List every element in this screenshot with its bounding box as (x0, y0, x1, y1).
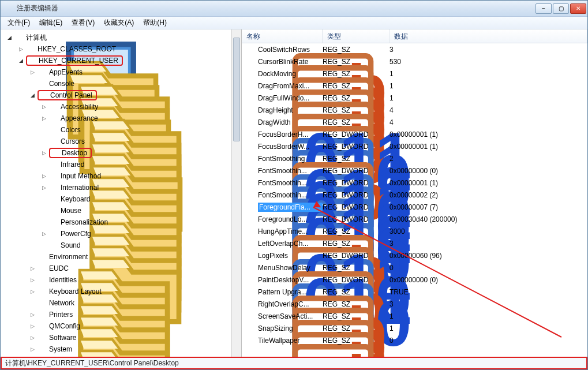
menu-edit[interactable]: 编辑(E) (35, 17, 67, 29)
value-name: SnapSizing (258, 324, 323, 332)
scroll-thumb[interactable] (233, 38, 240, 141)
value-row[interactable]: ScreenSaveActi...REG_SZ1 (242, 310, 587, 322)
tree-environment[interactable]: Environment (1, 251, 241, 263)
value-type: REG_DWORD (323, 167, 389, 175)
tree-inputmethod[interactable]: ▷Input Method (1, 170, 241, 182)
folder-icon (49, 218, 58, 226)
value-type: REG_SZ (323, 227, 389, 236)
tree-software[interactable]: ▷Software (1, 332, 241, 343)
value-row[interactable]: PaintDesktopV...REG_DWORD0x00000000 (0) (242, 274, 587, 286)
menu-favorites[interactable]: 收藏夹(A) (99, 17, 138, 29)
tree-root-computer[interactable]: ◢计算机 (1, 32, 241, 43)
toggle-spacer (40, 195, 48, 203)
tree-hkcu[interactable]: ◢HKEY_CURRENT_USER (1, 55, 241, 66)
value-data: 1 (389, 324, 587, 332)
value-row[interactable]: LeftOverlapCh...REG_SZ3 (242, 237, 587, 249)
value-row[interactable]: SnapSizingREG_SZ1 (242, 322, 587, 334)
value-row[interactable]: FocusBorderH...REG_DWORD0x00000001 (1) (242, 128, 587, 140)
list-body[interactable]: CoolSwitchRowsREG_SZ3CursorBlinkRateREG_… (242, 43, 587, 357)
value-row[interactable]: FontSmoothin...REG_DWORD0x00000000 (0) (242, 165, 587, 177)
tree-scrollbar[interactable] (231, 29, 241, 357)
minimize-button[interactable]: − (535, 3, 552, 14)
path-text: 计算机\HKEY_CURRENT_USER\Control Panel\Desk… (5, 358, 179, 368)
value-row[interactable]: FocusBorderW...REG_DWORD0x00000001 (1) (242, 140, 587, 152)
tree-international[interactable]: ▷International (1, 182, 241, 193)
tree-network[interactable]: Network (1, 297, 241, 309)
value-row[interactable]: ForegroundLo...REG_DWORD0x00030d40 (2000… (242, 213, 587, 225)
tree-keyboardlayout[interactable]: ▷Keyboard Layout (1, 286, 241, 297)
value-row[interactable]: DockMovingREG_SZ1 (242, 68, 587, 80)
tree-keyboard[interactable]: Keyboard (1, 193, 241, 205)
expand-toggle-icon[interactable]: ▷ (40, 230, 48, 238)
folder-icon (49, 126, 58, 134)
expand-toggle-icon[interactable]: ▷ (40, 103, 48, 111)
value-data: 0 (389, 264, 587, 272)
expand-toggle-icon[interactable]: ▷ (17, 45, 25, 53)
value-row[interactable]: MenuShowDelayREG_SZ0 (242, 261, 587, 274)
titlebar[interactable]: 注册表编辑器 − ▢ ✕ (1, 1, 587, 17)
value-name: DockMoving (258, 70, 323, 78)
col-type-header[interactable]: 类型 (323, 29, 389, 43)
menu-help[interactable]: 帮助(H) (138, 17, 171, 29)
menu-file[interactable]: 文件(F) (3, 17, 35, 29)
tree-printers[interactable]: ▷Printers (1, 309, 241, 320)
tree-personalization[interactable]: Personalization (1, 216, 241, 228)
value-type: REG_DWORD (323, 179, 389, 187)
expand-toggle-icon[interactable]: ▷ (40, 149, 48, 157)
value-type: REG_SZ (323, 288, 389, 296)
expand-toggle-icon[interactable]: ▷ (40, 172, 48, 180)
value-row[interactable]: Pattern Upgra...REG_SZTRUE (242, 286, 587, 298)
expand-toggle-icon[interactable]: ▷ (40, 184, 48, 192)
value-row[interactable]: HungAppTime...REG_SZ3000 (242, 225, 587, 237)
expand-toggle-icon[interactable]: ▷ (28, 311, 36, 319)
tree-sound[interactable]: Sound (1, 240, 241, 251)
tree-identities[interactable]: ▷Identities (1, 274, 241, 286)
collapse-toggle-icon[interactable]: ◢ (28, 91, 36, 99)
value-row[interactable]: FontSmoothin...REG_DWORD0x00000002 (2) (242, 189, 587, 201)
maximize-button[interactable]: ▢ (553, 3, 569, 14)
value-row[interactable]: LogPixelsREG_DWORD0x00000060 (96) (242, 249, 587, 261)
tree-label: Appearance (61, 114, 98, 122)
expand-toggle-icon[interactable]: ▷ (28, 287, 36, 296)
expand-toggle-icon[interactable]: ▷ (40, 114, 48, 122)
value-name: FontSmoothin... (258, 179, 323, 187)
tree-hkcr[interactable]: ▷HKEY_CLASSES_ROOT (1, 43, 241, 55)
expand-toggle-icon[interactable]: ▷ (28, 334, 36, 342)
collapse-toggle-icon[interactable]: ◢ (5, 33, 13, 42)
value-row[interactable]: DragFromMaxi...REG_SZ1 (242, 80, 587, 92)
value-row[interactable]: TileWallpaperREG_SZ0 (242, 334, 587, 346)
tree-mouse[interactable]: Mouse (1, 205, 241, 216)
col-name-header[interactable]: 名称 (242, 29, 323, 43)
value-row[interactable]: FontSmoothingREG_SZ2 (242, 152, 587, 165)
value-row[interactable]: ForegroundFla...REG_DWORD0x00000007 (7) (242, 201, 587, 213)
value-row[interactable]: DragHeightREG_SZ4 (242, 104, 587, 116)
value-row[interactable]: CoolSwitchRowsREG_SZ3 (242, 43, 587, 55)
toggle-spacer (40, 160, 48, 169)
tree-infrared[interactable]: Infrared (1, 159, 241, 170)
tree-label: Accessibility (61, 103, 98, 111)
value-row[interactable]: DragWidthREG_SZ4 (242, 116, 587, 128)
tree-powercfg[interactable]: ▷PowerCfg (1, 228, 241, 240)
expand-toggle-icon[interactable]: ▷ (28, 264, 36, 272)
tree-qmconfig[interactable]: ▷QMConfig (1, 320, 241, 332)
value-row[interactable]: DragFullWindo...REG_SZ1 (242, 92, 587, 104)
reg-string-icon (246, 336, 256, 345)
value-row[interactable]: CursorBlinkRateREG_SZ530 (242, 55, 587, 68)
value-row[interactable]: FontSmoothin...REG_DWORD0x00000001 (1) (242, 177, 587, 189)
tree-system[interactable]: ▷System (1, 343, 241, 355)
reg-string-icon (246, 300, 256, 309)
value-name: CursorBlinkRate (258, 58, 323, 66)
value-type: REG_SZ (323, 240, 389, 248)
close-button[interactable]: ✕ (570, 3, 586, 14)
menu-view[interactable]: 查看(V) (67, 17, 99, 29)
expand-toggle-icon[interactable]: ▷ (28, 322, 36, 330)
tree-eudc[interactable]: ▷EUDC (1, 263, 241, 274)
tree-desktop[interactable]: ▷Desktop (1, 147, 241, 159)
tree-panel[interactable]: ◢计算机▷HKEY_CLASSES_ROOT◢HKEY_CURRENT_USER… (1, 29, 242, 357)
expand-toggle-icon[interactable]: ▷ (28, 276, 36, 284)
expand-toggle-icon[interactable]: ▷ (28, 68, 36, 76)
expand-toggle-icon[interactable]: ▷ (28, 345, 36, 353)
col-data-header[interactable]: 数据 (389, 29, 587, 43)
collapse-toggle-icon[interactable]: ◢ (17, 57, 25, 65)
value-row[interactable]: RightOverlapC...REG_SZ3 (242, 298, 587, 310)
